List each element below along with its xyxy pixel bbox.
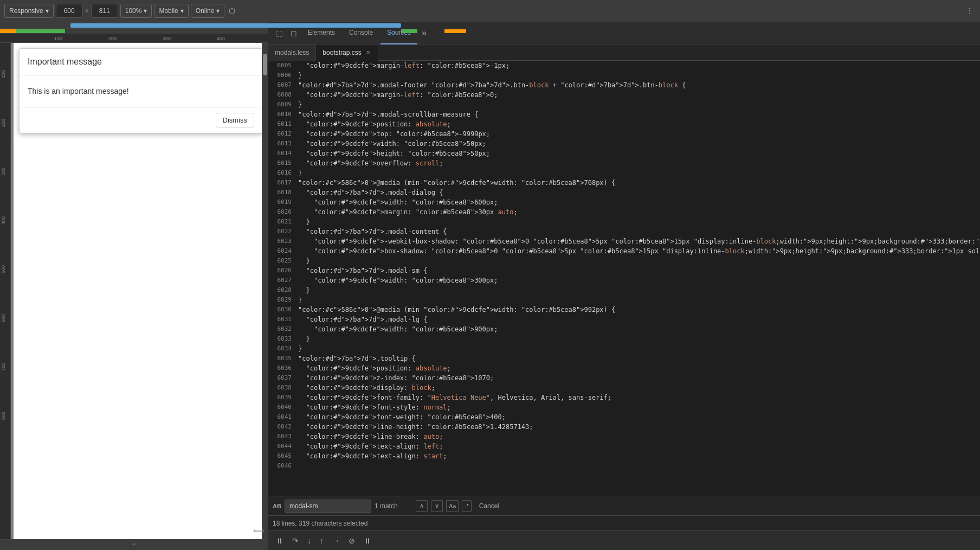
modal-body-text: This is an important message! xyxy=(28,87,129,95)
code-line: 6018 "color:#d">7ba">7d">.modal-dialog { xyxy=(268,188,980,197)
devtools-panel: ⬚ ◻ Elements Console Sources » ⚙ ⋮ ✕ mod… xyxy=(268,22,980,550)
cursor-icon[interactable]: ⬚ xyxy=(273,27,286,40)
code-line: 6038 "color:#">9cdcfe">display: block; xyxy=(268,383,980,393)
regex-btn[interactable]: .* xyxy=(462,500,471,512)
viewport-area: 100 200 300 400 500 600 700 800 Importan… xyxy=(0,43,268,539)
code-line: 6024 "color:#">9cdcfe">box-shadow: "colo… xyxy=(268,246,980,256)
code-line: 6030"color:#c">586c">0">@media (min-"col… xyxy=(268,305,980,315)
modal-header: Important message xyxy=(20,49,262,75)
pause-icon[interactable]: ⏸ xyxy=(273,534,287,547)
color-bar-row xyxy=(0,29,268,34)
top-toolbar: Responsive ▾ × 100% ▾ Mobile ▾ Online ▾ … xyxy=(0,0,980,22)
code-line: 6012 "color:#">9cdcfe">top: "color:#b5ce… xyxy=(268,129,980,139)
code-line: 6032 "color:#">9cdcfe">width: "color:#b5… xyxy=(268,324,980,334)
inspector-icon[interactable]: ◻ xyxy=(287,27,300,40)
online-label: Online xyxy=(196,7,215,15)
file-tab-bootstrap[interactable]: bootstrap.css ✕ xyxy=(316,44,378,61)
bootstrap-tab-label: bootstrap.css xyxy=(323,49,361,56)
white-page: Important message This is an important m… xyxy=(14,43,268,539)
code-line: 6031 "color:#d">7ba">7d">.modal-lg { xyxy=(268,315,980,324)
dismiss-button[interactable]: Dismiss xyxy=(216,113,255,127)
mobile-btn[interactable]: Mobile ▾ xyxy=(154,4,188,18)
search-prev-btn[interactable]: ∧ xyxy=(416,500,428,512)
search-cancel-btn[interactable]: Cancel xyxy=(475,501,504,511)
responsive-label: Responsive xyxy=(9,7,43,15)
online-btn[interactable]: Online ▾ xyxy=(191,4,225,18)
code-line: 6043 "color:#">9cdcfe">line-break: auto; xyxy=(268,432,980,442)
zoom-btn[interactable]: 100% ▾ xyxy=(120,4,152,18)
code-line: 6023 "color:#">9cdcfe">-webkit-box-shado… xyxy=(268,236,980,246)
sensors-icon[interactable]: ⬡ xyxy=(227,4,237,18)
more-tabs-icon[interactable]: » xyxy=(418,26,430,40)
code-line: 6044 "color:#">9cdcfe">text-align: left; xyxy=(268,442,980,451)
status-text: 18 lines, 319 characters selected xyxy=(273,520,368,527)
zoom-chevron-icon: ▾ xyxy=(144,7,147,15)
action-bar: ⏸ ↷ ↓ ↑ → ⊘ ⏸ Scope Watch xyxy=(268,530,980,550)
code-line: 6042 "color:#">9cdcfe">line-height: "col… xyxy=(268,422,980,432)
file-tab-modals[interactable]: modals.less xyxy=(268,44,316,61)
online-chevron-icon: ▾ xyxy=(216,7,220,15)
modal-body: This is an important message! xyxy=(20,75,262,107)
chevron-down-icon: ▾ xyxy=(46,7,49,15)
file-tabs: modals.less bootstrap.css ✕ xyxy=(268,44,980,61)
code-line: 6041 "color:#">9cdcfe">font-weight: "col… xyxy=(268,412,980,422)
code-line: 6020 "color:#">9cdcfe">margin: "color:#b… xyxy=(268,207,980,217)
step-out-icon[interactable]: ↑ xyxy=(317,534,327,547)
search-input[interactable] xyxy=(285,500,371,513)
browser-bottom: ≡ xyxy=(0,539,268,550)
mobile-label: Mobile xyxy=(159,7,178,15)
search-next-btn[interactable]: ∨ xyxy=(431,500,443,512)
step-icon[interactable]: → xyxy=(329,534,343,547)
code-line: 6036 "color:#">9cdcfe">position: absolut… xyxy=(268,363,980,373)
code-line: 6016} xyxy=(268,168,980,178)
code-line: 6007"color:#d">7ba">7d">.modal-footer "c… xyxy=(268,80,980,90)
code-line: 6046 xyxy=(268,461,980,471)
scroll-track xyxy=(70,23,401,28)
search-match-label: 1 match xyxy=(375,502,412,510)
code-line: 6009} xyxy=(268,100,980,110)
code-line: 6029} xyxy=(268,295,980,305)
responsive-btn[interactable]: Responsive ▾ xyxy=(4,4,54,18)
scrollbar-thumb[interactable] xyxy=(263,54,267,75)
code-line: 6017"color:#c">586c">0">@media (min-"col… xyxy=(268,178,980,188)
step-into-icon[interactable]: ↓ xyxy=(304,534,314,547)
more-tools-icon[interactable]: ⋮ xyxy=(964,4,976,18)
code-line: 6010"color:#d">7ba">7d">.modal-scrollbar… xyxy=(268,110,980,119)
code-line: 6008 "color:#">9cdcfe">margin-left: "col… xyxy=(268,90,980,100)
match-case-btn[interactable]: Aa xyxy=(446,500,459,512)
deactivate-breakpoints-icon[interactable]: ⊘ xyxy=(345,534,358,547)
modal-footer: Dismiss xyxy=(20,107,262,133)
code-line: 6027 "color:#">9cdcfe">width: "color:#b5… xyxy=(268,276,980,285)
width-input[interactable] xyxy=(56,4,83,18)
dimension-separator: × xyxy=(85,7,89,15)
close-bootstrap-tab-icon[interactable]: ✕ xyxy=(365,49,371,56)
scroll-indicator: ≡ xyxy=(133,542,136,548)
code-line: 6013 "color:#">9cdcfe">width: "color:#b5… xyxy=(268,139,980,149)
code-line: 6019 "color:#">9cdcfe">width: "color:#b5… xyxy=(268,197,980,207)
code-line: 6037 "color:#">9cdcfe">z-index: "color:#… xyxy=(268,373,980,383)
code-line: 6040 "color:#">9cdcfe">font-style: norma… xyxy=(268,402,980,412)
zoom-label: 100% xyxy=(125,7,142,15)
code-line: 6014 "color:#">9cdcfe">height: "color:#b… xyxy=(268,149,980,158)
step-over-icon[interactable]: ↷ xyxy=(289,534,302,547)
modals-tab-label: modals.less xyxy=(275,49,309,56)
code-line: 6039 "color:#">9cdcfe">font-family: "Hel… xyxy=(268,393,980,402)
modal-title: Important message xyxy=(28,57,102,66)
code-line: 6034} xyxy=(268,344,980,354)
code-line: 6015 "color:#">9cdcfe">overflow: scroll; xyxy=(268,158,980,168)
scrollbar-area xyxy=(262,43,268,539)
status-bar: 18 lines, 319 characters selected Covera… xyxy=(268,515,980,530)
code-line: 6011 "color:#">9cdcfe">position: absolut… xyxy=(268,119,980,129)
resize-handle[interactable]: ⟺ xyxy=(253,526,264,535)
ruler-v: 100 200 300 400 500 600 700 800 xyxy=(0,43,11,539)
code-line: 6026 "color:#d">7ba">7d">.modal-sm { xyxy=(268,266,980,276)
search-type-icon: AB xyxy=(273,503,281,509)
code-line: 6021 } xyxy=(268,217,980,227)
code-line: 6045 "color:#">9cdcfe">text-align: start… xyxy=(268,451,980,461)
modal-dialog: Important message This is an important m… xyxy=(19,48,263,133)
code-line: 6006} xyxy=(268,71,980,80)
page-content: Important message This is an important m… xyxy=(11,43,268,539)
pause-exceptions-icon[interactable]: ⏸ xyxy=(360,534,375,547)
code-area[interactable]: 6005 "color:#">9cdcfe">margin-left: "col… xyxy=(268,61,980,496)
height-input[interactable] xyxy=(91,4,118,18)
